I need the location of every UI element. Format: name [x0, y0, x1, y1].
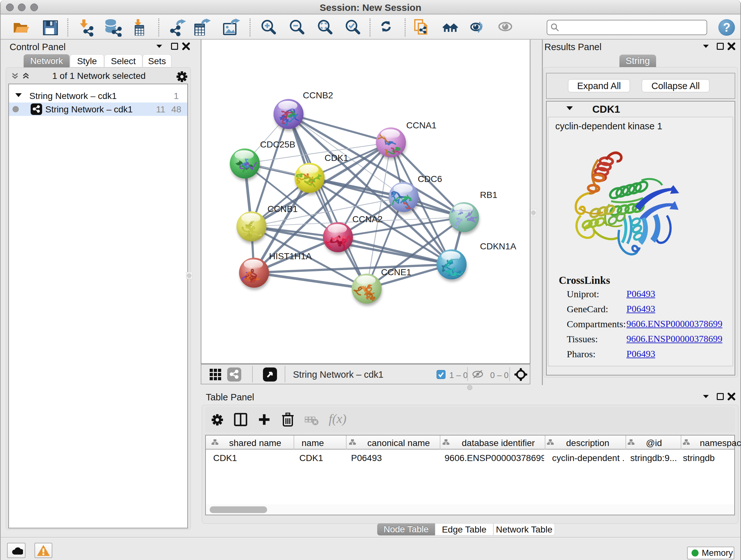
svg-text:HIST1H1A: HIST1H1A	[269, 251, 312, 261]
svg-text:CDKN1A: CDKN1A	[480, 241, 516, 251]
svg-text:CDC6: CDC6	[418, 174, 442, 184]
svg-text:CCNE1: CCNE1	[381, 267, 411, 277]
svg-text:RB1: RB1	[480, 190, 497, 200]
svg-text:CCNA2: CCNA2	[352, 214, 383, 224]
svg-text:CDC25B: CDC25B	[260, 139, 295, 149]
svg-text:CCNB1: CCNB1	[267, 204, 298, 214]
svg-text:CCNA1: CCNA1	[406, 120, 436, 130]
svg-text:CCNB2: CCNB2	[303, 90, 333, 100]
svg-text:CDK1: CDK1	[325, 153, 348, 163]
